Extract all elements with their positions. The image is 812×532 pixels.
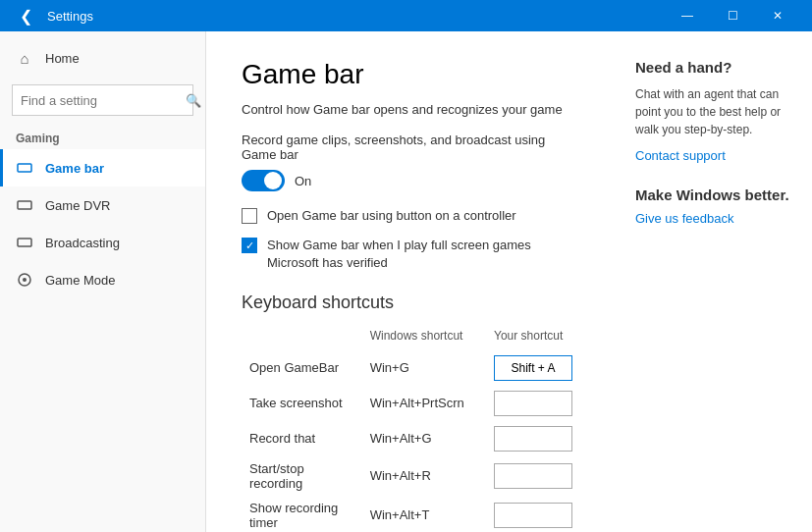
- shortcut-yours: [486, 496, 580, 532]
- page-subtitle: Control how Game bar opens and recognize…: [242, 102, 580, 117]
- game-bar-toggle[interactable]: [242, 170, 285, 191]
- shortcut-action: Take screenshot: [242, 386, 362, 421]
- shortcut-windows: Win+Alt+T: [362, 496, 486, 532]
- sidebar-item-game-bar[interactable]: Game bar: [0, 149, 205, 186]
- sidebar-item-broadcasting-label: Broadcasting: [45, 236, 120, 250]
- sidebar-item-game-dvr-label: Game DVR: [45, 198, 110, 213]
- checkbox-row-1: Open Game bar using button on a controll…: [242, 207, 580, 225]
- sidebar-item-home[interactable]: ⌂ Home: [0, 39, 205, 77]
- shortcut-input[interactable]: [494, 503, 572, 528]
- toggle-label: On: [295, 174, 311, 188]
- svg-rect-0: [18, 164, 31, 172]
- shortcut-action: Record that: [242, 421, 362, 456]
- search-input[interactable]: [21, 93, 186, 108]
- sidebar: ⌂ Home 🔍 Gaming Game bar Game DVR Broadc…: [0, 31, 206, 532]
- shortcut-action: Show recording timer: [242, 496, 362, 532]
- shortcut-yours: [486, 350, 580, 386]
- shortcut-windows: Win+Alt+G: [362, 421, 486, 456]
- help-title: Need a hand?: [635, 59, 792, 76]
- sidebar-item-game-bar-label: Game bar: [45, 161, 104, 176]
- toggle-section-label: Record game clips, screenshots, and broa…: [242, 133, 580, 162]
- shortcut-windows: Win+Alt+R: [362, 456, 486, 496]
- help-panel: Need a hand? Chat with an agent that can…: [616, 31, 812, 532]
- game-dvr-icon: [16, 196, 33, 214]
- game-bar-icon: [16, 159, 33, 177]
- broadcasting-icon: [16, 234, 33, 251]
- shortcut-action: Start/stop recording: [242, 456, 362, 496]
- window-controls: — ☐ ✕: [665, 0, 800, 31]
- sidebar-item-broadcasting[interactable]: Broadcasting: [0, 224, 205, 261]
- titlebar: ❮ Settings — ☐ ✕: [0, 0, 812, 31]
- table-row: Record thatWin+Alt+G: [242, 421, 580, 456]
- home-icon: ⌂: [16, 49, 33, 67]
- table-row: Show recording timerWin+Alt+T: [242, 496, 580, 532]
- page-title: Game bar: [242, 59, 580, 90]
- titlebar-title: Settings: [47, 9, 93, 24]
- svg-rect-2: [18, 239, 31, 246]
- shortcuts-title: Keyboard shortcuts: [242, 293, 580, 313]
- help-text: Chat with an agent that can point you to…: [635, 85, 792, 138]
- shortcut-action: Open GameBar: [242, 350, 362, 386]
- table-row: Open GameBarWin+G: [242, 350, 580, 386]
- table-row: Start/stop recordingWin+Alt+R: [242, 456, 580, 496]
- shortcuts-table: Windows shortcut Your shortcut Open Game…: [242, 325, 580, 532]
- shortcut-yours: [486, 456, 580, 496]
- back-button[interactable]: ❮: [12, 2, 39, 29]
- shortcut-yours: [486, 421, 580, 456]
- sidebar-item-game-mode-label: Game Mode: [45, 273, 116, 288]
- col-windows-header: Windows shortcut: [362, 325, 486, 350]
- shortcut-yours: [486, 386, 580, 421]
- shortcut-input[interactable]: [494, 391, 572, 416]
- checkbox-verified[interactable]: ✓: [242, 238, 257, 253]
- search-icon: 🔍: [186, 93, 201, 108]
- shortcut-input[interactable]: [494, 355, 572, 381]
- make-better-title: Make Windows better.: [635, 186, 792, 203]
- close-button[interactable]: ✕: [755, 0, 800, 31]
- shortcut-windows: Win+Alt+PrtScrn: [362, 386, 486, 421]
- table-row: Take screenshotWin+Alt+PrtScrn: [242, 386, 580, 421]
- app-body: ⌂ Home 🔍 Gaming Game bar Game DVR Broadc…: [0, 31, 812, 532]
- maximize-button[interactable]: ☐: [710, 0, 755, 31]
- sidebar-section-gaming: Gaming: [0, 124, 205, 149]
- checkbox-row-2: ✓ Show Game bar when I play full screen …: [242, 237, 580, 272]
- sidebar-item-game-mode[interactable]: Game Mode: [0, 261, 205, 298]
- col-action-header: [242, 325, 362, 350]
- svg-point-4: [23, 278, 27, 282]
- feedback-link[interactable]: Give us feedback: [635, 211, 792, 226]
- sidebar-item-home-label: Home: [45, 51, 80, 66]
- search-box[interactable]: 🔍: [12, 84, 193, 116]
- main-content: Game bar Control how Game bar opens and …: [206, 31, 616, 532]
- game-mode-icon: [16, 271, 33, 289]
- sidebar-item-game-dvr[interactable]: Game DVR: [0, 186, 205, 224]
- checkbox-controller-label: Open Game bar using button on a controll…: [267, 207, 516, 225]
- toggle-row: On: [242, 170, 580, 191]
- shortcut-input[interactable]: [494, 426, 572, 452]
- checkbox-verified-label: Show Game bar when I play full screen ga…: [267, 237, 580, 272]
- col-yours-header: Your shortcut: [486, 325, 580, 350]
- shortcut-windows: Win+G: [362, 350, 486, 386]
- checkbox-controller[interactable]: [242, 208, 257, 224]
- shortcut-input[interactable]: [494, 463, 572, 489]
- svg-rect-1: [18, 201, 31, 209]
- minimize-button[interactable]: —: [665, 0, 710, 31]
- contact-support-link[interactable]: Contact support: [635, 148, 792, 163]
